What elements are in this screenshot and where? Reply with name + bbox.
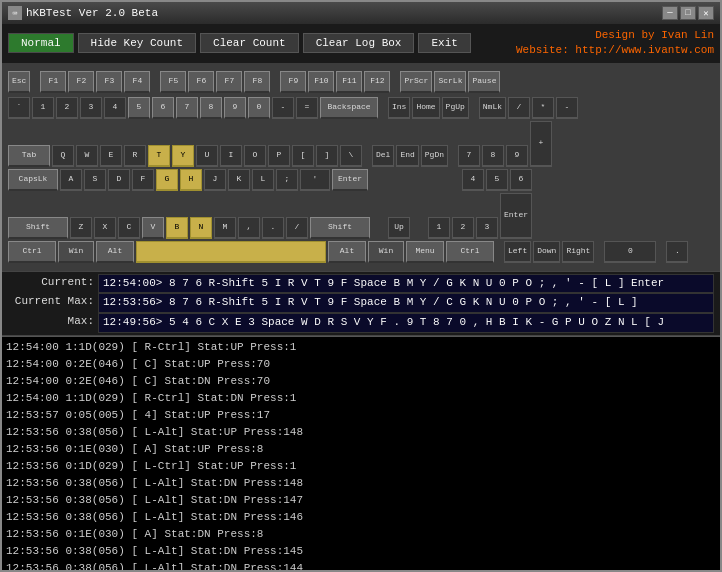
key-pause[interactable]: Pause [468,71,500,93]
key-home[interactable]: Home [412,97,439,119]
key-down[interactable]: Down [533,241,560,263]
key-f11[interactable]: F11 [336,71,362,93]
key-b[interactable]: B [166,217,188,239]
key-num-6[interactable]: 6 [510,169,532,191]
key-num-0[interactable]: 0 [604,241,656,263]
key-f3[interactable]: F3 [96,71,122,93]
key-scrlk[interactable]: ScrLk [434,71,466,93]
key-d[interactable]: D [108,169,130,191]
key-semicolon[interactable]: ; [276,169,298,191]
log-area[interactable]: 12:54:00 1:1D(029) [ R-Ctrl] Stat:UP Pre… [2,336,720,570]
key-num-5[interactable]: 5 [486,169,508,191]
key-ctrl-right[interactable]: Ctrl [446,241,494,263]
key-num-plus[interactable]: + [530,121,552,167]
key-fwslash[interactable]: / [286,217,308,239]
key-num-minus[interactable]: - [556,97,578,119]
key-alt-right[interactable]: Alt [328,241,366,263]
key-6[interactable]: 6 [152,97,174,119]
key-numlk[interactable]: NmLk [479,97,506,119]
key-alt-left[interactable]: Alt [96,241,134,263]
key-comma[interactable]: , [238,217,260,239]
key-t[interactable]: T [148,145,170,167]
key-num-9[interactable]: 9 [506,145,528,167]
key-prtsc[interactable]: PrScr [400,71,432,93]
key-pgdn[interactable]: PgDn [421,145,448,167]
key-num-8[interactable]: 8 [482,145,504,167]
hide-key-count-button[interactable]: Hide Key Count [78,33,196,53]
key-minus[interactable]: - [272,97,294,119]
key-backspace[interactable]: Backspace [320,97,378,119]
key-num-enter[interactable]: Enter [500,193,532,239]
key-f7[interactable]: F7 [216,71,242,93]
key-num-4[interactable]: 4 [462,169,484,191]
normal-button[interactable]: Normal [8,33,74,53]
close-button[interactable]: ✕ [698,6,714,20]
key-g[interactable]: G [156,169,178,191]
key-1[interactable]: 1 [32,97,54,119]
key-enter[interactable]: Enter [332,169,368,191]
key-q[interactable]: Q [52,145,74,167]
key-num-slash[interactable]: / [508,97,530,119]
key-esc[interactable]: Esc [8,71,30,93]
key-win-left[interactable]: Win [58,241,94,263]
key-rbracket[interactable]: ] [316,145,338,167]
key-y[interactable]: Y [172,145,194,167]
key-o[interactable]: O [244,145,266,167]
key-l[interactable]: L [252,169,274,191]
maximize-button[interactable]: □ [680,6,696,20]
key-e[interactable]: E [100,145,122,167]
key-space[interactable] [136,241,326,263]
minimize-button[interactable]: ─ [662,6,678,20]
key-3[interactable]: 3 [80,97,102,119]
key-shift-right[interactable]: Shift [310,217,370,239]
key-num-2[interactable]: 2 [452,217,474,239]
key-left[interactable]: Left [504,241,531,263]
key-j[interactable]: J [204,169,226,191]
key-f2[interactable]: F2 [68,71,94,93]
key-0[interactable]: 0 [248,97,270,119]
key-backtick[interactable]: ` [8,97,30,119]
key-f10[interactable]: F10 [308,71,334,93]
key-4[interactable]: 4 [104,97,126,119]
key-num-7[interactable]: 7 [458,145,480,167]
key-win-right[interactable]: Win [368,241,404,263]
key-s[interactable]: S [84,169,106,191]
key-w[interactable]: W [76,145,98,167]
key-r[interactable]: R [124,145,146,167]
key-shift-left[interactable]: Shift [8,217,68,239]
key-backslash[interactable]: \ [340,145,362,167]
key-k[interactable]: K [228,169,250,191]
key-i[interactable]: I [220,145,242,167]
key-z[interactable]: Z [70,217,92,239]
key-x[interactable]: X [94,217,116,239]
key-f[interactable]: F [132,169,154,191]
key-f8[interactable]: F8 [244,71,270,93]
key-num-1[interactable]: 1 [428,217,450,239]
key-u[interactable]: U [196,145,218,167]
key-equals[interactable]: = [296,97,318,119]
key-up[interactable]: Up [388,217,410,239]
key-a[interactable]: A [60,169,82,191]
clear-count-button[interactable]: Clear Count [200,33,299,53]
key-period[interactable]: . [262,217,284,239]
key-quote[interactable]: ' [300,169,330,191]
key-num-3[interactable]: 3 [476,217,498,239]
key-f9[interactable]: F9 [280,71,306,93]
key-m[interactable]: M [214,217,236,239]
key-ctrl-left[interactable]: Ctrl [8,241,56,263]
key-lbracket[interactable]: [ [292,145,314,167]
key-2[interactable]: 2 [56,97,78,119]
key-h[interactable]: H [180,169,202,191]
key-end[interactable]: End [396,145,418,167]
key-f12[interactable]: F12 [364,71,390,93]
key-f1[interactable]: F1 [40,71,66,93]
key-v[interactable]: V [142,217,164,239]
key-tab[interactable]: Tab [8,145,50,167]
key-num-star[interactable]: * [532,97,554,119]
key-p[interactable]: P [268,145,290,167]
key-c[interactable]: C [118,217,140,239]
key-n[interactable]: N [190,217,212,239]
key-ins[interactable]: Ins [388,97,410,119]
key-f6[interactable]: F6 [188,71,214,93]
key-f4[interactable]: F4 [124,71,150,93]
